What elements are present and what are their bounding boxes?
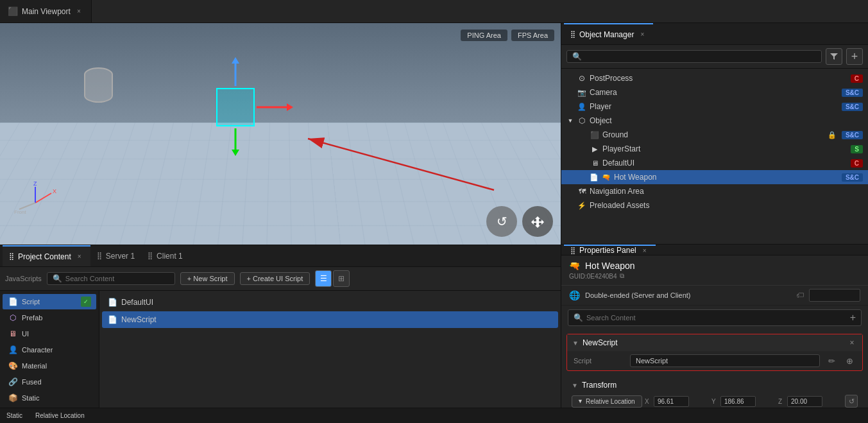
fps-area-button[interactable]: FPS Area	[511, 30, 554, 41]
z-coord-input[interactable]	[787, 396, 822, 407]
sidebar-item-material[interactable]: 🎨 Material	[3, 358, 96, 374]
defaultui-file-icon: 📄	[107, 297, 117, 307]
globe-icon: 🌐	[569, 290, 580, 300]
file-item-newscript[interactable]: 📄 NewScript	[102, 311, 558, 328]
main-viewport-tab[interactable]: ⬛ Main Viewport ×	[0, 0, 92, 22]
tree-item-object[interactable]: ▼ ⬡ Object	[561, 114, 868, 128]
om-tab-bar: ⣿ Object Manager ×	[561, 23, 868, 45]
sidebar-item-script[interactable]: 📄 Script ✓	[3, 294, 96, 309]
network-value: Double-ended (Server and Client)	[585, 291, 791, 299]
x-coord-input[interactable]	[654, 396, 689, 407]
ping-area-button[interactable]: PING Area	[461, 30, 507, 41]
sidebar-item-static[interactable]: 📦 Static	[3, 390, 96, 406]
om-add-button[interactable]: +	[846, 48, 863, 65]
list-view-button[interactable]: ☰	[315, 270, 332, 287]
transform-header[interactable]: ▼ Transform	[566, 377, 863, 393]
ground-badge: S&C	[842, 131, 863, 139]
props-search-input[interactable]	[586, 314, 847, 322]
properties-tab[interactable]: ⣿ Properties Panel ×	[564, 245, 656, 255]
tree-item-navarea[interactable]: 🗺 Navigation Area	[561, 184, 868, 198]
tree-item-preloaded[interactable]: ⚡ Preloaded Assets	[561, 198, 868, 212]
create-ui-script-button[interactable]: + Create UI Script	[240, 272, 311, 285]
tree-item-playerstart[interactable]: ▶ PlayerStart S	[561, 142, 868, 156]
sidebar-prefab-label: Prefab	[22, 314, 42, 322]
camera-control-button[interactable]	[522, 206, 553, 237]
om-tab-close[interactable]: ×	[638, 30, 647, 39]
locate-script-icon[interactable]: ⊕	[843, 354, 856, 367]
static-icon: 📦	[8, 393, 18, 403]
playerstart-badge: S	[851, 145, 863, 153]
server-tab[interactable]: ⣿ Server 1	[90, 245, 141, 266]
tree-item-hotweapon[interactable]: 📄 🔫 Hot Weapon S&C	[561, 170, 868, 184]
server-grid-icon: ⣿	[97, 252, 102, 260]
object-manager-panel: ⣿ Object Manager × 🔍 +	[561, 23, 868, 245]
tree-item-defaultui[interactable]: 🖥 DefaultUI C	[561, 156, 868, 170]
file-item-defaultui[interactable]: 📄 DefaultUI	[102, 294, 558, 311]
ground-lock-icon: 🔒	[828, 130, 837, 139]
project-toolbar: JavaScripts 🔍 + New Script + Create UI S…	[0, 267, 561, 291]
red-arrowhead	[287, 103, 293, 111]
status-bar: Static Relative Location	[0, 408, 868, 423]
project-content-tab-label: Project Content	[18, 252, 71, 261]
om-search-box[interactable]: 🔍	[566, 50, 822, 63]
relative-location-button[interactable]: ▼ Relative Location	[572, 395, 642, 408]
newscript-section-close-icon[interactable]: ×	[847, 338, 857, 348]
script-icon: 📄	[8, 297, 18, 307]
new-script-button[interactable]: + New Script	[180, 272, 235, 285]
camera-icon: 📷	[577, 87, 587, 98]
scene-object	[216, 88, 255, 126]
player-expand	[566, 103, 574, 110]
project-content-tab-close[interactable]: ×	[75, 252, 84, 261]
object-expand: ▼	[566, 117, 574, 125]
properties-panel: ⣿ Properties Panel × 🔫 Hot Weapon GUID:0…	[561, 245, 868, 408]
client-grid-icon: ⣿	[148, 252, 153, 260]
axis-indicator: X Z Front	[13, 180, 58, 225]
sidebar-item-ui[interactable]: 🖥 UI	[3, 326, 96, 341]
script-value-input[interactable]	[630, 354, 820, 367]
project-content-tab[interactable]: ⣿ Project Content ×	[3, 245, 90, 266]
tree-item-camera[interactable]: 📷 Camera S&C	[561, 85, 868, 99]
playerstart-icon: ▶	[590, 144, 600, 154]
grid-view-button[interactable]: ⊞	[333, 270, 350, 287]
top-bar: ⬛ Main Viewport ×	[0, 0, 868, 23]
network-input[interactable]	[809, 289, 860, 302]
object-label: Object	[590, 116, 863, 125]
edit-script-icon[interactable]: ✏	[825, 354, 838, 367]
props-search-box[interactable]: 🔍 +	[568, 309, 862, 326]
camera-label: Camera	[590, 88, 837, 97]
sidebar-item-fused[interactable]: 🔗 Fused	[3, 374, 96, 390]
props-tab-close[interactable]: ×	[640, 246, 649, 255]
tree-item-player[interactable]: 👤 Player S&C	[561, 99, 868, 114]
client-tab[interactable]: ⣿ Client 1	[141, 245, 189, 266]
copy-guid-icon[interactable]: ⧉	[620, 272, 624, 280]
props-search-add-icon[interactable]: +	[850, 312, 856, 324]
props-tab-label: Properties Panel	[579, 246, 636, 255]
ground-icon: ⬛	[590, 130, 600, 140]
javascript-category-label: JavaScripts	[5, 275, 42, 282]
y-coord-input[interactable]	[720, 396, 756, 407]
object-manager-tab[interactable]: ⣿ Object Manager ×	[564, 23, 653, 44]
tree-item-ground[interactable]: ⬛ Ground 🔒 S&C	[561, 128, 868, 142]
transform-reset-button[interactable]: ↺	[845, 395, 858, 408]
props-header: 🔫 Hot Weapon GUID:0E4240B4 ⧉	[561, 255, 868, 286]
tree-item-postprocess[interactable]: ⊙ PostProcess C	[561, 71, 868, 85]
project-sidebar: 📄 Script ✓ ⬡ Prefab 🖥 UI 👤 Characte	[0, 291, 99, 408]
rotate-control-button[interactable]: ↺	[486, 206, 517, 237]
viewport-icon: ⬛	[8, 6, 18, 16]
viewport-tab-close[interactable]: ×	[74, 7, 83, 16]
om-filter-button[interactable]	[826, 48, 842, 65]
sidebar-item-prefab[interactable]: ⬡ Prefab	[3, 310, 96, 325]
svg-text:X: X	[53, 188, 56, 194]
props-guid: GUID:0E4240B4 ⧉	[569, 272, 860, 280]
om-search-input[interactable]	[585, 53, 816, 60]
sidebar-item-character[interactable]: 👤 Character	[3, 342, 96, 358]
preloaded-label: Preloaded Assets	[590, 201, 863, 210]
transform-location-row: ▼ Relative Location X Y Z	[566, 393, 863, 408]
client-tab-label: Client 1	[157, 252, 183, 261]
newscript-file-icon: 📄	[107, 315, 117, 325]
coord-z-group: Z	[778, 396, 842, 407]
om-tree: ⊙ PostProcess C 📷 Camera S&C 👤 Player S&…	[561, 69, 868, 244]
search-content-box[interactable]: 🔍	[47, 272, 175, 285]
search-content-input[interactable]	[65, 275, 169, 282]
newscript-section-header[interactable]: ▼ NewScript ×	[567, 334, 862, 351]
